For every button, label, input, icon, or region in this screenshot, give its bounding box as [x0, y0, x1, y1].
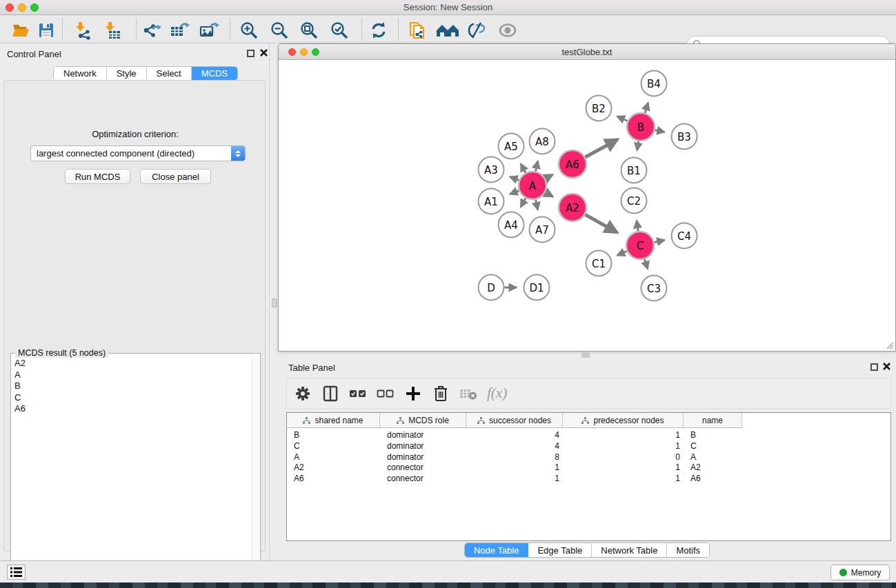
- import-network-icon[interactable]: [72, 20, 93, 41]
- node-A8[interactable]: A8: [530, 129, 555, 154]
- edge-A6-B[interactable]: [585, 139, 617, 157]
- zoom-in-icon[interactable]: [239, 20, 259, 41]
- table-row[interactable]: A2connector11A2: [287, 462, 742, 473]
- edge-A-A6[interactable]: [546, 174, 553, 179]
- node-A7[interactable]: A7: [530, 217, 555, 243]
- first-neighbors-icon[interactable]: [435, 20, 461, 41]
- cell-shared-name[interactable]: C: [287, 440, 380, 452]
- column-header-successor-nodes[interactable]: successor nodes: [466, 413, 563, 428]
- tab-network-table[interactable]: Network Table: [592, 543, 667, 557]
- table-row[interactable]: Bdominator41B: [287, 429, 742, 440]
- zoom-fit-icon[interactable]: [299, 20, 319, 41]
- panel-divider-handle[interactable]: [272, 298, 277, 307]
- cell-shared-name[interactable]: A: [287, 452, 380, 463]
- mcds-result-scrollbar[interactable]: [252, 358, 259, 585]
- column-header-shared-name[interactable]: shared name: [287, 413, 380, 428]
- edge-A2-C[interactable]: [585, 214, 617, 232]
- optimization-criterion-dropdown[interactable]: largest connected component (directed): [30, 145, 246, 161]
- cell-MCDS-role[interactable]: dominator: [380, 452, 466, 463]
- tab-style[interactable]: Style: [107, 67, 147, 80]
- column-header-name[interactable]: name: [684, 413, 742, 428]
- table-row[interactable]: Cdominator41C: [287, 440, 742, 452]
- split-divider-handle[interactable]: [581, 352, 590, 358]
- cell-shared-name[interactable]: A6: [287, 473, 380, 484]
- node-B[interactable]: B: [627, 113, 655, 141]
- node-B2[interactable]: B2: [586, 96, 612, 121]
- tab-network[interactable]: Network: [54, 67, 107, 80]
- close-table-panel-icon[interactable]: [882, 362, 891, 371]
- edge-A-A8[interactable]: [535, 161, 537, 172]
- cell-successor-nodes[interactable]: 4: [466, 440, 563, 452]
- node-B3[interactable]: B3: [672, 124, 697, 150]
- cell-name[interactable]: B: [684, 429, 742, 440]
- cell-predecessor-nodes[interactable]: 1: [563, 440, 684, 452]
- cell-MCDS-role[interactable]: connector: [380, 462, 466, 473]
- close-panel-button[interactable]: Close panel: [140, 169, 211, 184]
- edge-B-B1[interactable]: [637, 141, 639, 150]
- mcds-result-list[interactable]: A2ABCA6: [12, 358, 252, 585]
- node-D1[interactable]: D1: [524, 275, 550, 301]
- edge-B-B4[interactable]: [645, 103, 648, 113]
- hide-label-icon[interactable]: [466, 20, 487, 41]
- node-A2[interactable]: A2: [559, 194, 586, 221]
- cell-successor-nodes[interactable]: 4: [466, 429, 563, 440]
- task-history-button[interactable]: [7, 565, 26, 580]
- node-B1[interactable]: B1: [621, 158, 647, 183]
- tab-mcds[interactable]: MCDS: [192, 67, 237, 80]
- node-C[interactable]: C: [626, 232, 654, 259]
- cell-predecessor-nodes[interactable]: 1: [563, 462, 684, 473]
- show-columns-icon[interactable]: [319, 383, 342, 404]
- edge-C-C4[interactable]: [655, 240, 665, 242]
- mcds-result-item[interactable]: A: [12, 369, 252, 381]
- unselect-all-columns-icon[interactable]: [374, 383, 397, 404]
- cell-predecessor-nodes[interactable]: 1: [563, 473, 684, 484]
- column-header-predecessor-nodes[interactable]: predecessor nodes: [563, 413, 684, 428]
- cell-predecessor-nodes[interactable]: 1: [563, 429, 684, 440]
- mcds-result-item[interactable]: A6: [12, 403, 252, 415]
- node-A6[interactable]: A6: [559, 150, 586, 178]
- cell-shared-name[interactable]: B: [287, 429, 380, 440]
- node-B4[interactable]: B4: [641, 71, 667, 97]
- table-row[interactable]: A6connector11A6: [287, 473, 742, 484]
- cell-successor-nodes[interactable]: 1: [466, 473, 563, 484]
- edge-A-A5[interactable]: [521, 164, 526, 173]
- open-session-icon[interactable]: [10, 20, 31, 41]
- cell-successor-nodes[interactable]: 1: [466, 462, 563, 473]
- network-graph[interactable]: B4B2BB3A8A5A6A3B1AA1C2A2A4A7C4CC1C3DD1: [279, 61, 895, 351]
- network-window-titlebar[interactable]: testGlobe.txt: [279, 44, 895, 60]
- edge-A-A4[interactable]: [521, 198, 526, 207]
- cell-name[interactable]: C: [684, 440, 742, 452]
- delete-column-icon[interactable]: [429, 383, 452, 404]
- cell-name[interactable]: A6: [684, 473, 742, 484]
- mcds-result-item[interactable]: B: [12, 381, 252, 392]
- edge-C-C1[interactable]: [617, 251, 627, 255]
- column-header-MCDS-role[interactable]: MCDS role: [380, 413, 466, 428]
- run-mcds-button[interactable]: Run MCDS: [65, 169, 130, 184]
- select-all-columns-icon[interactable]: [346, 383, 370, 404]
- node-C3[interactable]: C3: [641, 276, 667, 301]
- tab-node-table[interactable]: Node Table: [465, 543, 529, 557]
- edge-A-A2[interactable]: [545, 192, 552, 196]
- edge-C-C2[interactable]: [637, 221, 638, 231]
- edge-B-B2[interactable]: [617, 116, 628, 121]
- float-panel-icon[interactable]: [247, 50, 255, 57]
- node-A5[interactable]: A5: [499, 134, 524, 159]
- clone-network-icon[interactable]: [407, 20, 428, 41]
- table-row[interactable]: Adominator80A: [287, 452, 742, 463]
- cell-name[interactable]: A: [684, 452, 742, 463]
- edge-A-A1[interactable]: [510, 191, 519, 194]
- cell-shared-name[interactable]: A2: [287, 462, 380, 473]
- resize-grip-icon[interactable]: [884, 340, 894, 349]
- export-table-icon[interactable]: [170, 20, 190, 41]
- edge-B-B3[interactable]: [655, 130, 664, 132]
- export-network-icon[interactable]: [141, 20, 161, 41]
- tab-select[interactable]: Select: [147, 67, 192, 80]
- tab-motifs[interactable]: Motifs: [667, 543, 709, 557]
- refresh-icon[interactable]: [368, 20, 389, 41]
- node-table[interactable]: shared nameMCDS rolesuccessor nodesprede…: [286, 412, 891, 541]
- zoom-out-icon[interactable]: [269, 20, 290, 41]
- add-column-icon[interactable]: [401, 383, 425, 404]
- close-panel-icon[interactable]: [259, 48, 268, 57]
- edge-A-A3[interactable]: [510, 176, 519, 180]
- memory-button[interactable]: Memory: [830, 565, 890, 580]
